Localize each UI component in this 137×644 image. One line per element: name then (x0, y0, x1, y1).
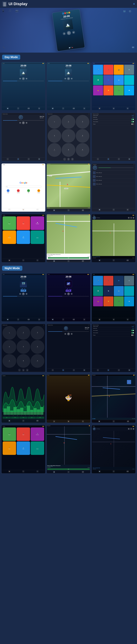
night-nav-auto-2[interactable]: AUTO (73, 318, 75, 320)
night-bt-settings-nav-3[interactable]: 🎵 (118, 369, 120, 371)
numpad-9[interactable]: 9WXYZ (76, 143, 90, 157)
night-bt-auto-connect-toggle[interactable] (131, 332, 134, 334)
google-nav-3[interactable]: ⊞ (36, 209, 38, 211)
day-nav-apps-2[interactable]: ⊞ (83, 108, 85, 110)
app-nav[interactable]: 🗺️ (114, 75, 124, 85)
eq-band-3[interactable]: 310Hz-1 (19, 417, 28, 419)
app-youtube[interactable]: ▶️ (104, 86, 113, 96)
app-photos[interactable]: 📷 (114, 65, 124, 75)
bt-settings-nav-1[interactable]: 📞 (97, 158, 99, 160)
numpad-4[interactable]: 4GHI (48, 129, 61, 143)
social-nav-3[interactable]: ⊞ (127, 209, 128, 211)
night-nav-auto-1[interactable]: AUTO (28, 318, 30, 320)
quick-link-2[interactable]: ▶ YouTube (14, 189, 23, 193)
night-app-wechat[interactable]: 💬 (93, 286, 103, 296)
numpad-6[interactable]: 6MNO (76, 129, 90, 143)
bt-nav-2[interactable]: 🔵 (17, 158, 19, 160)
night-carplay-spotify[interactable]: 🎵Spotify (30, 442, 44, 455)
night-bt-settings-nav-2[interactable]: 🔵 (107, 369, 109, 371)
night-numpad-5[interactable]: 5JKL (17, 340, 30, 354)
eq-nav-2[interactable]: 🎵 (22, 420, 24, 422)
night-bt-nav-2[interactable]: 🔵 (62, 369, 64, 371)
night-play-1[interactable]: ⏸ (22, 292, 25, 295)
carplay-music[interactable]: 🎵Music (17, 216, 30, 230)
night-carplay-radio[interactable]: 📻Radio (3, 442, 16, 455)
night-nav-apps-1[interactable]: ⊞ (38, 318, 40, 320)
night-apps-nav-2[interactable]: ◀ (113, 318, 115, 320)
carplay-messages[interactable]: 💬Messages (30, 216, 44, 230)
eq-nav-1[interactable]: 📧 (8, 420, 10, 422)
app-music[interactable]: 🎵 (104, 65, 113, 75)
night-bt-play[interactable]: ⏸ (67, 332, 70, 335)
night-app-radio[interactable]: 📻 (93, 296, 103, 306)
social-item-3[interactable]: 华乐_319E.mp3 (92, 178, 135, 182)
music-map-play[interactable]: ⏸ (130, 217, 132, 219)
google-search-bar[interactable]: 🔍 (5, 186, 42, 188)
night-nav-apps-2[interactable]: ⊞ (83, 318, 85, 320)
bt-nav-3[interactable]: 🎵 (28, 158, 30, 160)
night-bt-nav-3[interactable]: 🎵 (73, 369, 75, 371)
call-btn[interactable]: 📞 (63, 158, 66, 160)
night-app-telegram[interactable]: ✈️ (93, 276, 103, 286)
app-telegram[interactable]: ✈️ (93, 65, 103, 75)
night-prev-2[interactable]: ⏮ (64, 293, 66, 295)
night-app-web[interactable]: 🌐 (124, 286, 134, 296)
social-item-4[interactable]: 华乐_319E.mp3 (92, 182, 135, 186)
go-button[interactable]: GO (48, 257, 89, 259)
music-map-next[interactable]: ⏭ (132, 217, 134, 219)
night-play-2[interactable]: ⏸ (67, 292, 70, 295)
bt-music-prev[interactable]: ⏮ (19, 122, 21, 124)
app-wechat[interactable]: 💬 (93, 75, 103, 85)
night-bt-nav-4[interactable]: ⚙️ (83, 369, 85, 371)
map-nav-1[interactable]: 📧 (53, 209, 55, 211)
night-app-games[interactable]: 🎮 (114, 296, 124, 306)
night-app-bt[interactable]: 🔵 (114, 276, 124, 286)
night-music-map-nav-2[interactable]: 🎵 (113, 470, 115, 472)
food-nav-3[interactable]: ⊞ (82, 420, 84, 422)
night-music-map-nav-3[interactable]: AUTO (127, 470, 128, 472)
bt-nav-1[interactable]: 📞 (7, 158, 9, 160)
app-radio[interactable]: 📻 (93, 86, 103, 96)
night-app-weather[interactable]: ☁️ (124, 296, 134, 306)
apps-nav-back[interactable]: ◀ (113, 108, 115, 110)
night-numpad-0[interactable]: 0 (22, 369, 25, 372)
day-nav-email-2[interactable]: 📧 (52, 108, 54, 110)
night-numpad-8[interactable]: 8TUV (17, 354, 30, 368)
quick-link-3[interactable]: W Wiki (24, 189, 33, 193)
bt-auto-answer-toggle[interactable] (131, 118, 134, 120)
numpad-1[interactable]: 1 (48, 115, 61, 129)
night-numpad-9[interactable]: 9WXYZ (30, 354, 44, 368)
night-nav-nav-2[interactable]: 🎵 (113, 420, 115, 422)
night-bt-settings-nav-4[interactable]: ⚙️ (128, 369, 130, 371)
quick-link-1[interactable]: G Google (3, 189, 13, 193)
social-item-1[interactable]: 华乐_319E.mp3 (92, 171, 135, 175)
night-app-youtube[interactable]: ▶️ (104, 296, 113, 306)
night-app-nav[interactable]: 🗺️ (114, 286, 124, 296)
bt-music-next[interactable]: ⏭ (26, 122, 28, 124)
day-play-2[interactable]: ⏸ (67, 77, 70, 80)
night-bt-power-toggle[interactable] (131, 334, 134, 336)
day-nav-music-1[interactable]: 🎵 (17, 108, 19, 110)
night-nav-nav-1[interactable]: 📧 (98, 420, 100, 422)
map-nav-3[interactable]: AUTO (82, 209, 84, 211)
carplay-nav-3[interactable]: 🎵 (36, 259, 38, 261)
day-nav-auto-1[interactable]: AUTO (28, 108, 30, 110)
day-play-1[interactable]: ⏸ (22, 77, 25, 80)
hero-nav-auto[interactable]: 🚗 (72, 47, 73, 48)
night-map-dir-nav-3[interactable]: AUTO (82, 471, 84, 473)
night-map-dir-nav-2[interactable]: 🎵 (68, 471, 70, 473)
night-numpad-hash[interactable]: # (26, 369, 29, 372)
night-carplay-phone[interactable]: 📞Phone (3, 428, 16, 441)
night-apps-nav-1[interactable]: 🏠 (98, 318, 100, 320)
apps-nav-menu[interactable]: ⊞ (127, 108, 128, 110)
night-cp-nav-3[interactable]: 🎵 (36, 470, 38, 472)
map-nav-2[interactable]: 🎵 (68, 209, 70, 211)
night-next-2[interactable]: ⏭ (71, 293, 73, 295)
night-carplay-music[interactable]: 🎵Music (17, 428, 30, 441)
night-numpad-3[interactable]: 3DEF (30, 326, 44, 340)
night-carplay-maps[interactable]: 🗺️Maps (17, 442, 30, 455)
social-nav-1[interactable]: 📧 (98, 209, 100, 211)
carplay-maps[interactable]: 🗺️Maps (17, 230, 30, 244)
day-nav-auto-2[interactable]: AUTO (73, 108, 75, 110)
music-map-prev[interactable]: ⏮ (128, 217, 130, 219)
